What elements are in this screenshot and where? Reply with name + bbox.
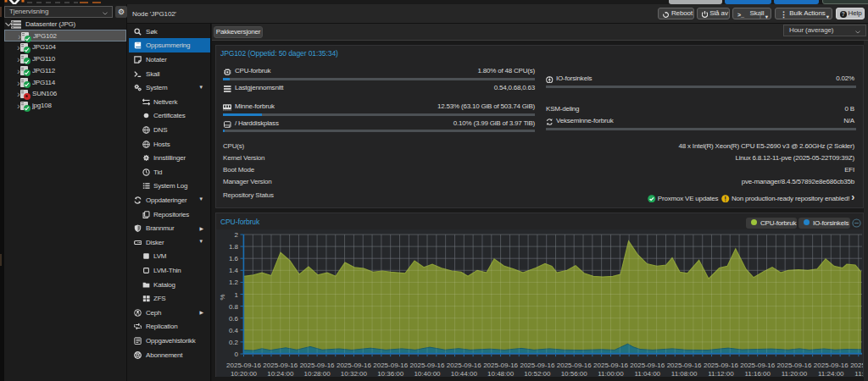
svg-text:2025-09-16: 2025-09-16 [263, 362, 298, 369]
svg-text:11:04:00: 11:04:00 [635, 370, 661, 378]
svg-text:2: 2 [235, 231, 239, 239]
svg-text:10:36:00: 10:36:00 [377, 370, 404, 378]
svg-text:2025-09-16: 2025-09-16 [814, 362, 849, 369]
svg-text:2025-09-16: 2025-09-16 [300, 362, 335, 369]
svg-text:1.4: 1.4 [229, 267, 239, 274]
svg-text:10:56:00: 10:56:00 [561, 370, 588, 378]
svg-text:10:28:00: 10:28:00 [304, 370, 331, 378]
svg-text:2025-09-16: 2025-09-16 [520, 362, 554, 369]
svg-text:10:24:00: 10:24:00 [267, 370, 294, 378]
svg-text:2025-09-16: 2025-09-16 [777, 362, 812, 369]
svg-text:1.6: 1.6 [229, 255, 239, 262]
svg-text:2025-09-16: 2025-09-16 [373, 362, 408, 369]
svg-text:11:20:00: 11:20:00 [782, 370, 808, 378]
svg-text:2025-09-16: 2025-09-16 [740, 362, 775, 369]
svg-text:10:32:00: 10:32:00 [341, 370, 368, 378]
svg-text:0.6: 0.6 [229, 315, 239, 323]
svg-text:10:40:00: 10:40:00 [414, 370, 441, 378]
svg-text:2025-09-16: 2025-09-16 [593, 362, 628, 369]
svg-text:2025-09-16: 2025-09-16 [667, 362, 702, 369]
svg-text:10:44:00: 10:44:00 [451, 370, 478, 378]
svg-text:2025-09-16: 2025-09-16 [630, 362, 665, 369]
svg-text:1: 1 [235, 291, 239, 299]
svg-text:10:52:00: 10:52:00 [524, 370, 551, 378]
svg-text:0: 0 [235, 351, 239, 358]
svg-text:1.2: 1.2 [229, 279, 239, 286]
svg-text:2025-09-16: 2025-09-16 [410, 362, 445, 369]
svg-text:%: % [219, 294, 226, 300]
svg-text:2025-09-16: 2025-09-16 [226, 362, 261, 369]
svg-text:2025-09-16: 2025-09-16 [850, 362, 863, 369]
svg-text:10:20:00: 10:20:00 [231, 370, 258, 378]
svg-text:1.8: 1.8 [229, 243, 239, 251]
svg-text:2025-09-16: 2025-09-16 [337, 362, 371, 369]
svg-text:11:24:00: 11:24:00 [818, 370, 844, 378]
svg-text:11:12:00: 11:12:00 [708, 370, 734, 378]
svg-text:2025-09-16: 2025-09-16 [483, 362, 518, 369]
svg-text:2025-09-16: 2025-09-16 [447, 362, 481, 369]
svg-text:2025-09-16: 2025-09-16 [557, 362, 592, 369]
svg-text:2025-09-16: 2025-09-16 [704, 362, 738, 369]
svg-text:0.4: 0.4 [229, 327, 239, 334]
svg-text:11:08:00: 11:08:00 [671, 370, 698, 378]
svg-text:0.2: 0.2 [229, 339, 239, 346]
svg-text:11:16:00: 11:16:00 [744, 370, 771, 378]
svg-text:10:48:00: 10:48:00 [487, 370, 515, 378]
svg-text:11:28:00: 11:28:00 [854, 370, 863, 378]
svg-text:0.8: 0.8 [229, 303, 239, 311]
svg-text:11:00:00: 11:00:00 [598, 370, 624, 378]
